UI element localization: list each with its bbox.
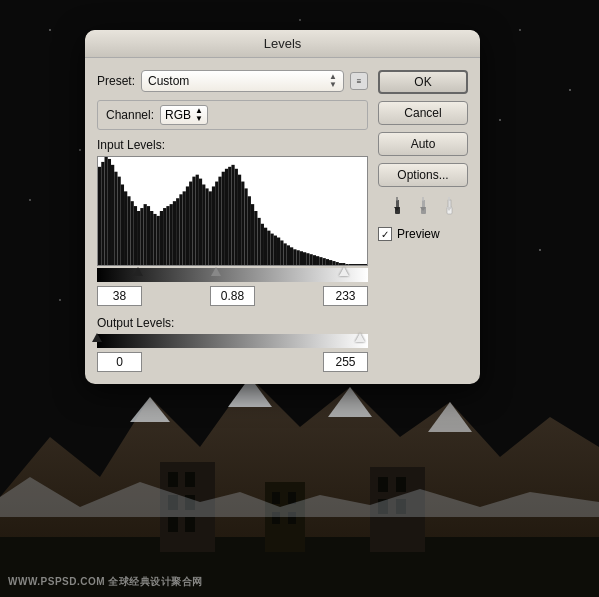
svg-rect-63 xyxy=(218,177,221,265)
svg-rect-95 xyxy=(323,258,326,265)
svg-rect-50 xyxy=(176,198,179,265)
svg-rect-41 xyxy=(147,206,150,265)
svg-rect-21 xyxy=(288,492,296,504)
dialog-left-panel: Preset: Custom ▲ ▼ ≡ Channel: RGB ▲▼ xyxy=(97,70,368,372)
cancel-button[interactable]: Cancel xyxy=(378,101,468,125)
dialog-body: Preset: Custom ▲ ▼ ≡ Channel: RGB ▲▼ xyxy=(85,58,480,384)
svg-rect-60 xyxy=(209,191,212,265)
white-eyedropper-button[interactable] xyxy=(439,196,459,216)
svg-rect-113 xyxy=(448,200,451,208)
gray-eyedropper-button[interactable] xyxy=(413,196,433,216)
svg-rect-96 xyxy=(326,259,329,265)
svg-rect-39 xyxy=(140,208,143,265)
auto-button[interactable]: Auto xyxy=(378,132,468,156)
svg-rect-59 xyxy=(205,188,208,265)
svg-rect-30 xyxy=(111,165,114,265)
svg-rect-76 xyxy=(261,224,264,265)
svg-rect-65 xyxy=(225,169,228,265)
watermark: WWW.PSPSD.COM 全球经典设计聚合网 xyxy=(8,575,203,589)
svg-rect-31 xyxy=(114,172,117,265)
channel-value: RGB xyxy=(165,108,191,122)
levels-dialog: Levels Preset: Custom ▲ ▼ ≡ Channel: xyxy=(85,30,480,384)
svg-rect-29 xyxy=(108,159,111,265)
svg-rect-64 xyxy=(222,172,225,265)
preset-arrows-icon: ▲ ▼ xyxy=(329,73,337,89)
preview-row: ✓ Preview xyxy=(378,227,468,241)
preview-label: Preview xyxy=(397,227,440,241)
svg-rect-71 xyxy=(244,188,247,265)
svg-rect-109 xyxy=(422,200,425,208)
histogram-container xyxy=(97,156,368,266)
output-levels-label: Output Levels: xyxy=(97,316,368,330)
svg-rect-55 xyxy=(192,177,195,265)
channel-box: Channel: RGB ▲▼ xyxy=(97,100,368,130)
input-black-thumb[interactable] xyxy=(133,267,143,276)
svg-rect-79 xyxy=(270,234,273,265)
svg-rect-85 xyxy=(290,247,293,265)
svg-rect-28 xyxy=(105,157,108,265)
output-white-thumb[interactable] xyxy=(355,333,365,342)
svg-rect-42 xyxy=(150,211,153,265)
input-slider-track[interactable] xyxy=(97,268,368,282)
options-button[interactable]: Options... xyxy=(378,163,468,187)
preset-select[interactable]: Custom ▲ ▼ xyxy=(141,70,344,92)
output-values-row: 0 255 xyxy=(97,352,368,372)
svg-rect-46 xyxy=(163,208,166,265)
svg-rect-103 xyxy=(349,264,367,265)
svg-rect-66 xyxy=(228,167,231,265)
channel-select[interactable]: RGB ▲▼ xyxy=(160,105,208,125)
svg-rect-15 xyxy=(378,477,388,492)
svg-rect-43 xyxy=(153,214,156,265)
preset-row: Preset: Custom ▲ ▼ ≡ xyxy=(97,70,368,92)
output-black-value[interactable]: 0 xyxy=(97,352,142,372)
svg-rect-56 xyxy=(196,175,199,265)
preset-label: Preset: xyxy=(97,74,135,88)
ok-button[interactable]: OK xyxy=(378,70,468,94)
svg-rect-100 xyxy=(339,263,342,265)
preview-checkbox[interactable]: ✓ xyxy=(378,227,392,241)
svg-rect-48 xyxy=(170,204,173,265)
input-white-value[interactable]: 233 xyxy=(323,286,368,306)
output-slider-track[interactable] xyxy=(97,334,368,348)
gray-eyedropper-icon xyxy=(415,197,431,215)
svg-rect-34 xyxy=(124,191,127,265)
svg-rect-84 xyxy=(287,245,290,265)
svg-rect-99 xyxy=(336,262,339,265)
channel-label: Channel: xyxy=(106,108,154,122)
svg-rect-51 xyxy=(179,194,182,265)
svg-rect-70 xyxy=(241,182,244,265)
white-eyedropper-icon xyxy=(441,197,457,215)
svg-rect-105 xyxy=(396,200,399,208)
svg-rect-80 xyxy=(274,236,277,265)
input-black-value[interactable]: 38 xyxy=(97,286,142,306)
svg-rect-49 xyxy=(173,201,176,265)
svg-rect-38 xyxy=(137,211,140,265)
input-mid-thumb[interactable] xyxy=(211,267,221,276)
svg-rect-53 xyxy=(186,186,189,265)
output-white-value[interactable]: 255 xyxy=(323,352,368,372)
svg-rect-87 xyxy=(296,250,299,265)
svg-rect-75 xyxy=(257,218,260,265)
svg-rect-9 xyxy=(185,472,195,487)
svg-rect-94 xyxy=(319,257,322,265)
svg-rect-93 xyxy=(316,256,319,265)
svg-rect-62 xyxy=(215,182,218,265)
svg-rect-52 xyxy=(183,191,186,265)
black-eyedropper-button[interactable] xyxy=(387,196,407,216)
svg-rect-73 xyxy=(251,204,254,265)
preset-menu-icon[interactable]: ≡ xyxy=(350,72,368,90)
svg-rect-89 xyxy=(303,252,306,265)
svg-rect-88 xyxy=(300,251,303,265)
input-mid-value[interactable]: 0.88 xyxy=(210,286,255,306)
svg-rect-27 xyxy=(101,162,104,265)
channel-arrows-icon: ▲▼ xyxy=(195,107,203,123)
svg-rect-69 xyxy=(238,175,241,265)
input-white-thumb[interactable] xyxy=(339,267,349,276)
output-black-thumb[interactable] xyxy=(92,333,102,342)
eyedropper-row xyxy=(378,196,468,216)
svg-rect-44 xyxy=(157,216,160,265)
svg-rect-90 xyxy=(306,253,309,265)
svg-rect-98 xyxy=(332,261,335,265)
svg-rect-20 xyxy=(272,492,280,504)
svg-rect-81 xyxy=(277,238,280,265)
